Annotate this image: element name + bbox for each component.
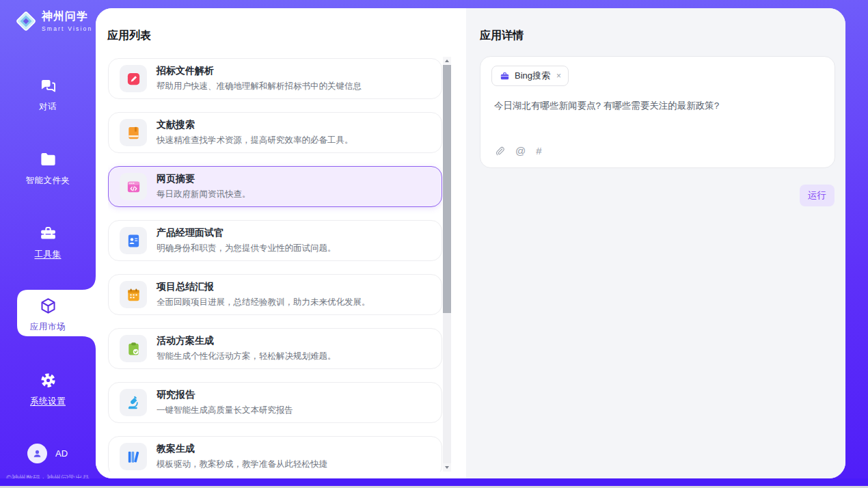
chip-close-icon[interactable]: × xyxy=(555,71,561,81)
app-card-title: 招标文件解析 xyxy=(157,65,362,77)
scrollbar-thumb[interactable] xyxy=(443,65,451,313)
scrollbar-up-arrow-icon[interactable] xyxy=(443,57,451,65)
chat-icon xyxy=(39,77,57,95)
sidebar-item-app-market[interactable]: 应用市场 xyxy=(0,297,96,333)
app-card-title: 研究报告 xyxy=(157,389,293,401)
sidebar: 神州问学 Smart Vision 对话 智能文件夹 xyxy=(0,0,96,488)
composer-toolbar: @ # xyxy=(494,145,542,157)
app-logo: 神州问学 Smart Vision xyxy=(15,10,92,32)
tool-chip-bing-search[interactable]: Bing搜索 × xyxy=(491,66,569,86)
book-icon xyxy=(120,119,147,146)
app-card-pm-interviewer[interactable]: 产品经理面试官 明确身份和职责，为您提供专业性的面试问题。 xyxy=(108,220,442,261)
sidebar-item-label: 对话 xyxy=(0,101,96,113)
mention-at-icon[interactable]: @ xyxy=(515,145,526,157)
toolbox-icon xyxy=(39,224,57,243)
app-card-desc: 全面回顾项目进展，总结经验教训，助力未来优化发展。 xyxy=(157,297,370,308)
brand-subtitle: Smart Vision xyxy=(42,25,92,32)
app-list-panel: 应用列表 招标文件解析 帮助用户快速、准确地理解和解析招标书中的关键信息 xyxy=(96,8,466,478)
prompt-composer[interactable]: Bing搜索 × 今日湖北有哪些新闻要点? 有哪些需要关注的最新政策? @ # xyxy=(480,56,835,168)
sidebar-item-label: 工具集 xyxy=(0,249,96,260)
attachment-paperclip-icon[interactable] xyxy=(494,146,505,157)
prompt-text[interactable]: 今日湖北有哪些新闻要点? 有哪些需要关注的最新政策? xyxy=(494,99,822,113)
app-card-desc: 每日政府新闻资讯快查。 xyxy=(157,189,251,200)
calendar-icon xyxy=(120,281,147,308)
sidebar-item-label: 智能文件夹 xyxy=(0,175,96,187)
app-card-desc: 一键智能生成高质量长文本研究报告 xyxy=(157,405,293,416)
sidebar-item-chat[interactable]: 对话 xyxy=(0,77,96,113)
app-card-desc: 模板驱动，教案秒成，教学准备从此轻松快捷 xyxy=(157,459,327,470)
app-card-desc: 快速精准查找学术资源，提高研究效率的必备工具。 xyxy=(157,135,353,146)
tool-chip-label: Bing搜索 xyxy=(515,70,550,82)
person-document-icon xyxy=(120,227,147,254)
app-card-desc: 明确身份和职责，为您提供专业性的面试问题。 xyxy=(157,243,336,254)
app-card-title: 活动方案生成 xyxy=(157,335,336,347)
app-card-title: 项目总结汇报 xyxy=(157,281,370,293)
user-initials: AD xyxy=(55,448,68,459)
topic-hash-icon[interactable]: # xyxy=(536,145,541,157)
sidebar-item-smart-folder[interactable]: 智能文件夹 xyxy=(0,150,96,187)
content-wrapper: 应用列表 招标文件解析 帮助用户快速、准确地理解和解析招标书中的关键信息 xyxy=(96,8,845,478)
app-card-research-report[interactable]: 研究报告 一键智能生成高质量长文本研究报告 xyxy=(108,382,442,423)
run-button[interactable]: 运行 xyxy=(800,185,835,206)
bottom-bar xyxy=(0,478,868,486)
bid-document-edit-icon xyxy=(120,65,147,92)
app-list: 招标文件解析 帮助用户快速、准确地理解和解析招标书中的关键信息 文献搜索 快速精… xyxy=(108,58,442,472)
sidebar-item-toolset[interactable]: 工具集 xyxy=(0,224,96,260)
app-list-title: 应用列表 xyxy=(107,29,151,43)
briefcase-icon xyxy=(500,71,510,81)
microscope-icon xyxy=(120,389,147,416)
avatar xyxy=(27,444,47,463)
scrollbar-down-arrow-icon[interactable] xyxy=(443,463,451,472)
books-icon xyxy=(120,443,147,470)
sidebar-item-label: 应用市场 xyxy=(0,321,96,333)
app-card-title: 教案生成 xyxy=(157,443,327,455)
brand-name: 神州问学 xyxy=(42,10,92,24)
app-card-title: 网页摘要 xyxy=(157,173,251,185)
brand-gem-icon xyxy=(15,10,37,32)
brand-text: 神州问学 Smart Vision xyxy=(42,10,92,32)
cube-icon xyxy=(39,297,57,315)
app-card-desc: 帮助用户快速、准确地理解和解析招标书中的关键信息 xyxy=(157,81,362,92)
app-card-web-summary[interactable]: 网页摘要 每日政府新闻资讯快查。 xyxy=(108,166,442,207)
gear-icon xyxy=(39,371,57,390)
app-card-desc: 智能生成个性化活动方案，轻松解决规划难题。 xyxy=(157,351,336,362)
app-detail-panel: 应用详情 Bing搜索 × 今日湖北有哪些新闻要点? 有哪些需要关注的最新政策? xyxy=(466,8,845,478)
clipboard-check-icon xyxy=(120,335,147,362)
app-card-bid-parse[interactable]: 招标文件解析 帮助用户快速、准确地理解和解析招标书中的关键信息 xyxy=(108,58,442,99)
list-scrollbar[interactable] xyxy=(443,57,451,472)
app-detail-title: 应用详情 xyxy=(480,29,524,43)
sidebar-item-settings[interactable]: 系统设置 xyxy=(0,371,96,407)
folder-icon xyxy=(39,150,57,169)
user-account[interactable]: AD xyxy=(27,444,68,463)
app-card-title: 产品经理面试官 xyxy=(157,227,336,239)
browser-code-icon xyxy=(120,173,147,200)
app-card-project-summary[interactable]: 项目总结汇报 全面回顾项目进展，总结经验教训，助力未来优化发展。 xyxy=(108,274,442,315)
app-card-literature-search[interactable]: 文献搜索 快速精准查找学术资源，提高研究效率的必备工具。 xyxy=(108,112,442,153)
sidebar-item-label: 系统设置 xyxy=(0,396,96,407)
app-card-activity-plan[interactable]: 活动方案生成 智能生成个性化活动方案，轻松解决规划难题。 xyxy=(108,328,442,369)
app-card-lesson-plan[interactable]: 教案生成 模板驱动，教案秒成，教学准备从此轻松快捷 xyxy=(108,436,442,472)
app-card-title: 文献搜索 xyxy=(157,119,353,131)
